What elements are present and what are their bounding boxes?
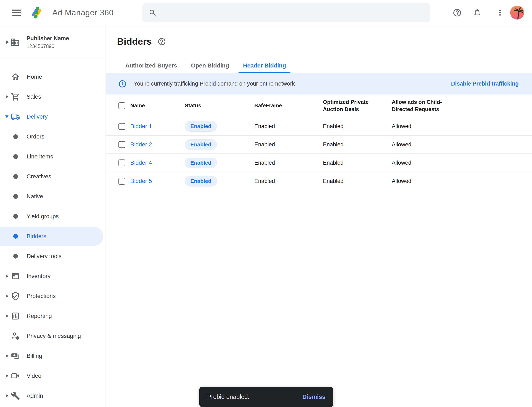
bullet-icon — [13, 134, 18, 139]
bidder-link[interactable]: Bidder 1 — [130, 123, 152, 129]
expand-arrow-icon — [6, 394, 8, 398]
menu-icon[interactable] — [12, 9, 21, 18]
publisher-selector[interactable]: Publisher Name 1234567890 — [0, 25, 105, 59]
sidebar-item-billing[interactable]: Billing — [0, 346, 105, 366]
person-shield-icon — [11, 331, 20, 341]
expand-arrow-icon — [6, 40, 9, 44]
page-help-icon[interactable] — [158, 37, 166, 46]
tab-authorized-buyers[interactable]: Authorized Buyers — [121, 58, 182, 73]
select-all-checkbox[interactable] — [119, 102, 125, 109]
sidebar-item-reporting[interactable]: Reporting — [0, 306, 105, 326]
top-bar: Ad Manager 360 — [0, 0, 532, 25]
sidebar-item-delivery-tools[interactable]: Delivery tools — [0, 246, 105, 266]
child-directed-value: Allowed — [392, 178, 532, 184]
more-options-icon[interactable] — [495, 8, 505, 17]
tab-bar: Authorized Buyers Open Bidding Header Bi… — [121, 58, 290, 73]
user-avatar[interactable] — [510, 6, 524, 20]
table-header-row: Name Status SafeFrame Optimized Private … — [106, 94, 532, 117]
bullet-icon — [13, 234, 18, 239]
info-icon — [119, 80, 126, 88]
column-header-opad: Optimized Private Auction Deals — [323, 98, 377, 113]
sidebar-item-inventory[interactable]: Inventory — [0, 266, 105, 286]
bidder-link[interactable]: Bidder 2 — [130, 141, 152, 148]
disable-prebid-trafficking-link[interactable]: Disable Prebid trafficking — [451, 81, 519, 87]
column-header-name: Name — [130, 102, 185, 109]
opad-value: Enabled — [323, 178, 392, 184]
safeframe-value: Enabled — [254, 141, 323, 148]
safeframe-value: Enabled — [254, 160, 323, 166]
child-directed-value: Allowed — [392, 123, 532, 130]
search-bar[interactable] — [142, 3, 430, 23]
expand-arrow-icon — [6, 354, 8, 358]
bullet-icon — [13, 154, 18, 159]
table-row: Bidder 2 Enabled Enabled Enabled Allowed — [106, 136, 532, 154]
sidebar-item-video[interactable]: Video — [0, 366, 105, 386]
toast-message: Prebid enabled. — [207, 393, 249, 400]
bullet-icon — [13, 194, 18, 199]
main-content: Bidders Authorized Buyers Open Bidding H… — [106, 25, 532, 407]
status-badge: Enabled — [185, 139, 217, 150]
bar-chart-icon — [11, 312, 20, 321]
dismiss-button[interactable]: Dismiss — [302, 393, 325, 400]
bidders-table: Name Status SafeFrame Optimized Private … — [106, 94, 532, 190]
sidebar-item-sales[interactable]: Sales — [0, 87, 105, 107]
sidebar-item-admin[interactable]: Admin — [0, 386, 105, 406]
collapse-arrow-icon — [5, 116, 8, 118]
sidebar-item-privacy-messaging[interactable]: Privacy & messaging — [0, 326, 105, 346]
sidebar-item-creatives[interactable]: Creatives — [0, 166, 105, 187]
sidebar-item-home[interactable]: Home — [0, 67, 105, 87]
tab-open-bidding[interactable]: Open Bidding — [186, 58, 234, 73]
ad-manager-logo-icon — [30, 6, 43, 20]
publisher-id: 1234567890 — [27, 43, 69, 49]
sidebar-item-line-items[interactable]: Line items — [0, 147, 105, 166]
table-row: Bidder 1 Enabled Enabled Enabled Allowed — [106, 117, 532, 136]
status-badge: Enabled — [185, 158, 217, 168]
row-checkbox[interactable] — [119, 123, 125, 130]
expand-arrow-icon — [6, 294, 8, 298]
banner-message: You’re currently trafficking Prebid dema… — [134, 81, 295, 87]
column-header-child-directed: Allow ads on Child-Directed Requests — [392, 98, 446, 113]
sidebar-item-protections[interactable]: Protections — [0, 286, 105, 306]
bidder-link[interactable]: Bidder 4 — [130, 159, 152, 166]
window-icon — [11, 272, 20, 281]
row-checkbox[interactable] — [119, 141, 125, 148]
bullet-icon — [13, 214, 18, 219]
publisher-name: Publisher Name — [27, 35, 69, 42]
child-directed-value: Allowed — [392, 160, 532, 166]
videocam-icon — [11, 371, 20, 380]
child-directed-value: Allowed — [392, 141, 532, 148]
expand-arrow-icon — [6, 374, 8, 377]
page-title-row: Bidders — [117, 36, 166, 47]
bullet-icon — [13, 174, 18, 179]
sidebar-item-bidders[interactable]: Bidders — [0, 227, 103, 246]
bullet-icon — [13, 254, 18, 258]
status-badge: Enabled — [185, 176, 217, 187]
help-icon[interactable] — [453, 8, 462, 17]
palm-tree-icon — [510, 6, 524, 20]
sidebar-item-delivery[interactable]: Delivery — [0, 107, 105, 127]
safeframe-value: Enabled — [254, 178, 323, 184]
row-checkbox[interactable] — [119, 178, 125, 185]
sidebar-nav: Home Sales Delivery Orders — [0, 59, 105, 406]
opad-value: Enabled — [323, 123, 392, 130]
table-row: Bidder 4 Enabled Enabled Enabled Allowed — [106, 154, 532, 172]
bidder-link[interactable]: Bidder 5 — [130, 178, 152, 184]
page-title: Bidders — [117, 36, 152, 47]
opad-value: Enabled — [323, 141, 392, 148]
sidebar-item-yield-groups[interactable]: Yield groups — [0, 206, 105, 226]
notifications-icon[interactable] — [473, 8, 482, 17]
row-checkbox[interactable] — [119, 159, 125, 166]
shield-check-icon — [11, 291, 20, 301]
info-banner: You’re currently trafficking Prebid dema… — [106, 73, 532, 94]
search-input[interactable] — [162, 9, 424, 16]
sidebar-item-native[interactable]: Native — [0, 187, 105, 206]
sidebar-item-orders[interactable]: Orders — [0, 127, 105, 147]
column-header-safeframe: SafeFrame — [254, 102, 323, 109]
tab-header-bidding[interactable]: Header Bidding — [238, 58, 290, 73]
wrench-icon — [11, 391, 20, 400]
home-icon — [11, 72, 20, 81]
opad-value: Enabled — [323, 160, 392, 166]
building-icon — [10, 37, 20, 47]
expand-arrow-icon — [6, 274, 8, 278]
app-title: Ad Manager 360 — [52, 0, 114, 25]
